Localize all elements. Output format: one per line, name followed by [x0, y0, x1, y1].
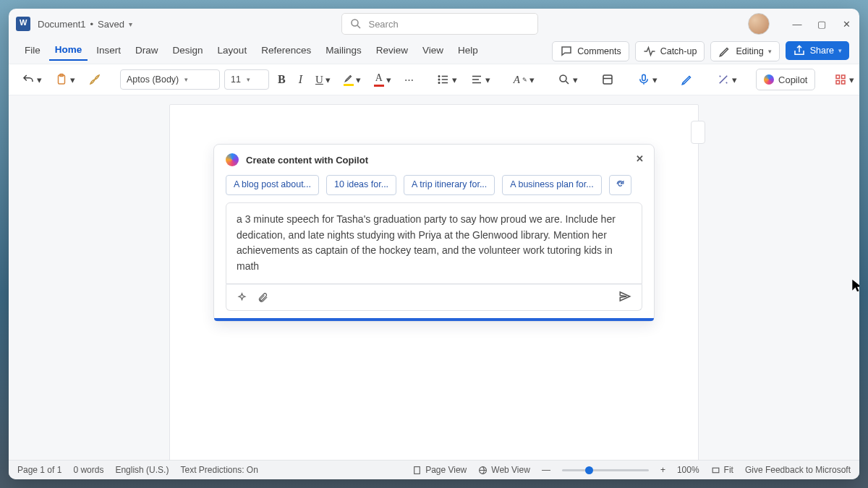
suggestion-ideas[interactable]: 10 ideas for... [326, 175, 396, 195]
styles-button[interactable]: A✎▾ [509, 71, 539, 89]
tab-view[interactable]: View [417, 43, 449, 60]
close-button[interactable]: ✕ [841, 19, 852, 30]
zoom-knob[interactable] [585, 466, 593, 474]
copilot-suggestions: A blog post about... 10 ideas for... A t… [214, 175, 654, 202]
svg-rect-22 [414, 466, 420, 474]
underline-button[interactable]: U▾ [311, 71, 335, 89]
bold-icon: B [278, 73, 286, 86]
copilot-prompt-input[interactable]: a 3 minute speech for Tasha's graduation… [226, 202, 642, 284]
side-handle[interactable] [691, 121, 705, 144]
zoom-in-button[interactable]: + [660, 465, 665, 475]
svg-rect-21 [842, 81, 846, 85]
more-font-button[interactable]: ⋯ [400, 72, 418, 88]
font-size-select[interactable]: 11▾ [224, 69, 269, 90]
svg-point-13 [560, 75, 566, 82]
tab-references[interactable]: References [255, 43, 317, 60]
tab-help[interactable]: Help [452, 43, 484, 60]
page-indicator[interactable]: Page 1 of 1 [17, 465, 61, 475]
copilot-prompt-text: a 3 minute speech for Tasha's graduation… [237, 213, 616, 272]
italic-button[interactable]: I [294, 70, 307, 89]
fit-button[interactable]: Fit [711, 465, 733, 475]
suggestion-itinerary[interactable]: A trip itinerary for... [404, 175, 495, 195]
tab-home[interactable]: Home [49, 43, 88, 61]
web-view-button[interactable]: Web View [478, 465, 530, 475]
close-panel-button[interactable]: ✕ [636, 153, 644, 164]
alignment-button[interactable]: ▾ [466, 70, 495, 89]
underline-icon: U [315, 74, 323, 86]
status-bar: Page 1 of 1 0 words English (U.S.) Text … [9, 460, 859, 479]
sparkle-icon[interactable] [237, 292, 247, 303]
chevron-down-icon: ▾ [184, 76, 188, 83]
rewrite-button[interactable]: ▾ [712, 70, 741, 89]
zoom-out-button[interactable]: — [542, 465, 550, 475]
tab-insert[interactable]: Insert [90, 43, 127, 60]
italic-icon: I [299, 73, 302, 86]
dictate-button[interactable]: ▾ [633, 70, 662, 89]
undo-icon [22, 73, 35, 86]
brush-icon [88, 73, 101, 86]
suggestion-business-plan[interactable]: A business plan for... [502, 175, 601, 195]
svg-rect-20 [836, 81, 840, 85]
app-window: Document1 • Saved ▾ Search — ▢ ✕ File Ho… [9, 9, 859, 479]
undo-button[interactable]: ▾ [17, 70, 46, 89]
layout-icon [601, 73, 614, 86]
format-painter-button[interactable] [84, 70, 106, 89]
copilot-panel-title: Create content with Copilot [246, 155, 368, 166]
web-view-icon [478, 466, 488, 475]
tab-file[interactable]: File [19, 43, 46, 60]
feedback-link[interactable]: Give Feedback to Microsoft [745, 465, 851, 475]
language-indicator[interactable]: English (U.S.) [115, 465, 169, 475]
highlighter-icon [344, 73, 354, 83]
search-placeholder: Search [368, 19, 398, 30]
search-input[interactable]: Search [341, 13, 538, 35]
font-color-button[interactable]: A▾ [370, 69, 396, 90]
document-canvas[interactable]: Create content with Copilot ✕ A blog pos… [9, 95, 859, 460]
editing-mode-button[interactable]: Editing ▾ [710, 41, 779, 61]
user-avatar[interactable] [748, 13, 770, 35]
copilot-icon [764, 74, 774, 85]
tab-design[interactable]: Design [167, 43, 209, 60]
tab-layout[interactable]: Layout [212, 43, 253, 60]
comments-button[interactable]: Comments [552, 41, 629, 61]
grid-icon [834, 73, 847, 86]
svg-rect-19 [842, 75, 846, 79]
find-button[interactable]: ▾ [553, 70, 582, 89]
paste-button[interactable]: ▾ [51, 70, 80, 89]
font-family-select[interactable]: Aptos (Body)▾ [120, 69, 220, 90]
editor-button[interactable] [676, 70, 698, 89]
tab-draw[interactable]: Draw [129, 43, 164, 60]
page-view-button[interactable]: Page View [412, 465, 467, 475]
document-title[interactable]: Document1 • Saved ▾ [38, 19, 132, 30]
designer-button[interactable] [597, 70, 618, 89]
ellipsis-icon: ⋯ [404, 74, 414, 85]
chevron-down-icon: ▾ [529, 74, 535, 85]
send-button[interactable] [618, 290, 631, 305]
tab-mailings[interactable]: Mailings [320, 43, 367, 60]
suggestion-blog[interactable]: A blog post about... [226, 175, 319, 195]
refresh-icon [616, 179, 625, 189]
zoom-slider[interactable] [562, 469, 649, 471]
svg-line-14 [566, 81, 569, 84]
clipboard-icon [55, 73, 68, 86]
copilot-icon [226, 153, 239, 166]
catchup-button[interactable]: Catch-up [635, 41, 705, 61]
document-page[interactable]: Create content with Copilot ✕ A blog pos… [169, 104, 699, 460]
attachment-icon[interactable] [258, 292, 268, 303]
word-count[interactable]: 0 words [73, 465, 103, 475]
send-icon [618, 290, 631, 303]
maximize-button[interactable]: ▢ [816, 19, 827, 30]
copilot-button[interactable]: Copilot [756, 69, 815, 90]
addins-button[interactable]: ▾ [830, 70, 859, 89]
minimize-button[interactable]: — [791, 19, 803, 30]
highlight-button[interactable]: ▾ [339, 70, 365, 89]
bullets-button[interactable]: ▾ [433, 70, 461, 89]
text-predictions-status[interactable]: Text Predictions: On [180, 465, 258, 475]
tab-review[interactable]: Review [370, 43, 414, 60]
share-button[interactable]: Share ▾ [786, 41, 849, 60]
chevron-down-icon: ▾ [326, 74, 331, 85]
bold-button[interactable]: B [273, 70, 290, 89]
microphone-icon [637, 73, 650, 86]
zoom-level[interactable]: 100% [677, 465, 699, 475]
refresh-suggestions-button[interactable] [609, 175, 631, 195]
panel-accent-bar [214, 318, 654, 321]
